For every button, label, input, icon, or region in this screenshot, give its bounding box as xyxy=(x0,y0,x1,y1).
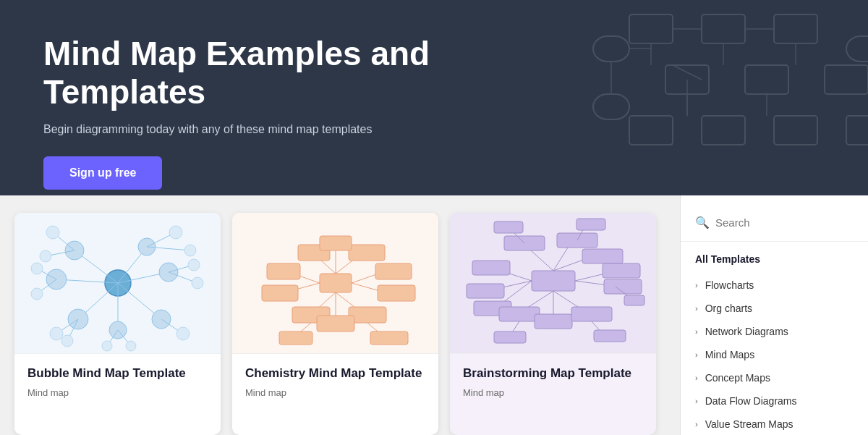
svg-rect-90 xyxy=(370,331,408,345)
svg-rect-80 xyxy=(378,285,415,301)
svg-line-16 xyxy=(673,65,702,80)
svg-rect-105 xyxy=(603,263,640,278)
search-icon: 🔍 xyxy=(695,216,710,229)
sidebar-item-org-charts[interactable]: › Org charts xyxy=(681,297,868,320)
chevron-icon-network-diagrams: › xyxy=(695,327,698,336)
sidebar-item-data-flow-diagrams[interactable]: › Data Flow Diagrams xyxy=(681,389,868,413)
svg-rect-119 xyxy=(494,331,526,343)
svg-point-63 xyxy=(102,341,112,351)
svg-rect-109 xyxy=(499,307,540,321)
svg-point-65 xyxy=(126,341,136,351)
svg-point-59 xyxy=(61,335,73,347)
card-title-chemistry: Chemistry Mind Map Template xyxy=(245,366,425,381)
card-body-brainstorm: Brainstorming Map Template Mind map xyxy=(450,354,656,407)
svg-rect-6 xyxy=(629,116,673,145)
hero-section: Mind Map Examples and Templates Begin di… xyxy=(0,0,868,195)
sidebar-item-flowcharts[interactable]: › Flowcharts xyxy=(681,274,868,297)
card-body-bubble: Bubble Mind Map Template Mind map xyxy=(14,354,221,407)
svg-rect-97 xyxy=(582,249,623,263)
svg-rect-76 xyxy=(262,285,298,301)
svg-rect-86 xyxy=(317,316,354,331)
signup-button[interactable]: Sign up free xyxy=(43,156,162,190)
svg-rect-72 xyxy=(320,236,352,250)
card-bubble-mind-map[interactable]: Bubble Mind Map Template Mind map xyxy=(14,213,221,435)
cards-area: Bubble Mind Map Template Mind map xyxy=(0,195,680,435)
chevron-icon-value-stream-maps: › xyxy=(695,420,698,428)
hero-subtitle: Begin diagramming today with any of thes… xyxy=(43,123,477,136)
search-box: 🔍 xyxy=(681,210,868,242)
bubble-diagram xyxy=(24,214,212,352)
chevron-icon-concept-maps: › xyxy=(695,373,698,382)
card-title-bubble: Bubble Mind Map Template xyxy=(27,366,208,381)
svg-rect-4 xyxy=(745,65,788,94)
svg-point-51 xyxy=(31,288,43,300)
svg-rect-88 xyxy=(279,331,312,345)
svg-rect-99 xyxy=(472,261,510,275)
svg-point-45 xyxy=(169,226,182,239)
card-tag-chemistry: Mind map xyxy=(245,387,425,398)
svg-rect-91 xyxy=(532,271,575,291)
main-content: Bubble Mind Map Template Mind map xyxy=(0,195,868,435)
sidebar-item-label-org-charts: Org charts xyxy=(705,303,752,314)
card-brainstorm-map[interactable]: Brainstorming Map Template Mind map xyxy=(450,213,656,435)
svg-rect-9 xyxy=(846,116,868,145)
sidebar-item-label-flowcharts: Flowcharts xyxy=(705,279,754,291)
svg-rect-101 xyxy=(467,284,504,298)
card-image-brainstorm xyxy=(450,213,656,354)
svg-rect-1 xyxy=(702,14,745,43)
svg-rect-74 xyxy=(267,263,300,279)
sidebar-item-concept-maps[interactable]: › Concept Maps xyxy=(681,366,868,389)
chevron-icon-mind-maps: › xyxy=(695,350,698,359)
sidebar-item-network-diagrams[interactable]: › Network Diagrams xyxy=(681,320,868,343)
svg-rect-66 xyxy=(320,274,352,292)
card-tag-bubble: Mind map xyxy=(27,387,208,398)
svg-rect-117 xyxy=(576,219,605,230)
svg-rect-8 xyxy=(774,116,817,145)
sidebar-item-label-network-diagrams: Network Diagrams xyxy=(705,326,788,337)
card-tag-brainstorm: Mind map xyxy=(463,387,643,398)
chevron-icon-flowcharts: › xyxy=(695,281,698,290)
svg-rect-111 xyxy=(535,314,572,329)
svg-rect-7 xyxy=(702,116,745,145)
sidebar-item-label-mind-maps: Mind Maps xyxy=(705,349,754,360)
brainstorm-diagram xyxy=(459,214,647,352)
card-image-chemistry xyxy=(232,213,438,354)
sidebar-item-value-stream-maps[interactable]: › Value Stream Maps xyxy=(681,413,868,435)
card-chemistry-mind-map[interactable]: Chemistry Mind Map Template Mind map xyxy=(232,213,438,435)
sidebar-section-title: All Templates xyxy=(681,250,868,274)
search-input[interactable] xyxy=(715,216,854,229)
chevron-icon-data-flow-diagrams: › xyxy=(695,397,698,405)
svg-point-55 xyxy=(192,277,203,289)
svg-rect-0 xyxy=(629,14,673,43)
chevron-icon-org-charts: › xyxy=(695,304,698,313)
sidebar-item-label-value-stream-maps: Value Stream Maps xyxy=(705,418,793,430)
svg-rect-2 xyxy=(774,14,817,43)
card-title-brainstorm: Brainstorming Map Template xyxy=(463,366,643,381)
page-title: Mind Map Examples and Templates xyxy=(43,35,550,111)
chemistry-diagram xyxy=(242,214,430,352)
svg-rect-115 xyxy=(494,221,523,233)
svg-rect-121 xyxy=(594,330,626,342)
sidebar-item-label-data-flow-diagrams: Data Flow Diagrams xyxy=(705,395,797,407)
svg-point-53 xyxy=(188,259,200,271)
sidebar-item-label-concept-maps: Concept Maps xyxy=(705,372,770,384)
svg-rect-123 xyxy=(624,295,644,305)
svg-point-43 xyxy=(40,250,51,262)
svg-point-49 xyxy=(31,263,43,274)
svg-rect-70 xyxy=(349,245,385,261)
svg-point-61 xyxy=(176,327,190,340)
svg-rect-21 xyxy=(593,94,629,119)
svg-point-57 xyxy=(50,327,63,340)
sidebar: 🔍 All Templates › Flowcharts › Org chart… xyxy=(680,195,868,435)
card-image-bubble xyxy=(14,213,221,354)
svg-rect-22 xyxy=(846,36,868,62)
svg-rect-113 xyxy=(571,307,612,321)
svg-point-47 xyxy=(184,245,196,256)
svg-rect-20 xyxy=(593,36,629,62)
sidebar-item-mind-maps[interactable]: › Mind Maps xyxy=(681,343,868,366)
svg-rect-5 xyxy=(825,65,868,94)
svg-point-41 xyxy=(46,226,59,239)
card-body-chemistry: Chemistry Mind Map Template Mind map xyxy=(232,354,438,407)
svg-rect-78 xyxy=(375,263,412,279)
